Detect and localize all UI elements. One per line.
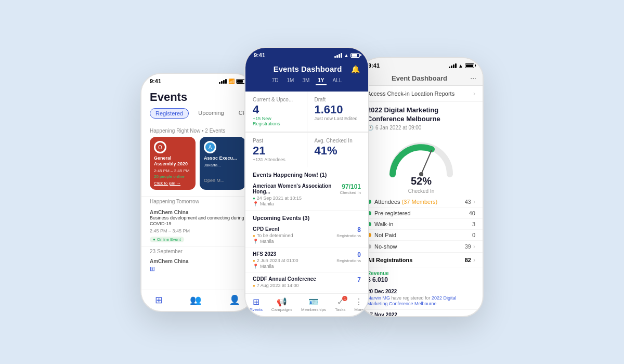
upcoming-1-count: 0 — [336, 251, 361, 258]
nav-memberships[interactable]: 🪪 Memberships — [301, 297, 326, 312]
svg-text:A: A — [209, 145, 212, 150]
nav-people[interactable]: 👥 — [190, 294, 201, 306]
upcoming-event-2[interactable]: CDDF Annual Conference ● 7 Aug 2023 at 1… — [245, 273, 368, 292]
stat-walkin-row: Walk-in 3 — [360, 219, 483, 230]
all-reg-row[interactable]: All Registrations 82 › — [360, 253, 483, 267]
filter-all[interactable]: ALL — [331, 76, 344, 85]
attendees-chevron: › — [473, 198, 475, 205]
battery-icon-right — [465, 63, 474, 68]
stat-avg: Avg. Checked In 41% — [307, 132, 369, 167]
event-logo-2: A — [204, 141, 216, 153]
happening-now-label: Happening Right Now • 2 Events — [141, 128, 254, 134]
dot-yellow-2: ● — [253, 283, 255, 288]
avg-value: 41% — [315, 145, 361, 157]
signal-icon-right — [449, 63, 457, 68]
tomorrow-event: AmChem China Business development and co… — [141, 206, 254, 246]
nav-tasks-label: Tasks — [335, 307, 345, 312]
upcoming-0-count: 8 — [336, 226, 361, 233]
past-value: 21 — [253, 145, 300, 157]
nav-grid[interactable]: ⊞ — [155, 294, 163, 306]
gauge-percent: 52% — [411, 175, 432, 187]
event-card-online-1: 20 people online — [154, 174, 191, 179]
upcoming-0-label: Registrations — [336, 233, 361, 238]
middle-bottom-nav: ⊞ Events 📢 Campaigns 🪪 Memberships ✓ 1 T… — [245, 293, 368, 316]
upcoming-0-left: CPD Event ● To be determined 📍 Manila — [253, 226, 336, 244]
all-reg-value: 82 — [465, 257, 471, 263]
middle-status-bar: 9:41 ▲ — [245, 48, 368, 60]
nav-tasks[interactable]: ✓ 1 Tasks — [335, 297, 345, 312]
current-sub: +15 New Registrations — [253, 116, 300, 126]
sep-event-icon-row: ⊞ — [150, 264, 245, 274]
tab-upcoming[interactable]: Upcoming — [193, 108, 229, 119]
checkedin-num: 97/101 — [340, 183, 361, 190]
current-value: 4 — [253, 103, 300, 116]
access-row[interactable]: Access Check-in Location Reports › — [360, 86, 483, 102]
middle-header-row: Events Dashboard 🔔 — [254, 64, 360, 73]
left-phone: 9:41 📶 Events Registered Upcoming — [140, 73, 255, 312]
grid-icon: ⊞ — [150, 265, 155, 272]
stat-noshow-row[interactable]: No-show 39 › — [360, 241, 483, 253]
upcoming-event-0[interactable]: CPD Event ● To be determined 📍 Manila 8 … — [245, 223, 368, 248]
location-icon-1: 📍 — [253, 264, 258, 269]
tasks-badge: 1 — [342, 296, 347, 301]
happening-now-event[interactable]: American Women's Association Hong... ● 2… — [245, 180, 368, 211]
bell-icon[interactable]: 🔔 — [351, 65, 360, 73]
current-label: Current & Upco... — [253, 97, 300, 102]
right-title: Event Dashboard — [369, 74, 471, 82]
walkin-label: Walk-in — [367, 221, 393, 227]
filter-1y[interactable]: 1Y — [316, 76, 326, 85]
happening-event-title: American Women's Association Hong... — [253, 183, 340, 194]
nav-more[interactable]: ⋮ More — [354, 297, 363, 312]
nav-more-label: More — [354, 307, 363, 312]
sep-label: 23 September — [141, 246, 254, 256]
upcoming-title: Upcoming Events (3) — [245, 211, 368, 223]
gauge-sublabel: Checked In — [408, 188, 435, 194]
more-button[interactable]: ··· — [470, 74, 476, 82]
middle-time: 9:41 — [254, 52, 265, 58]
right-time: 9:41 — [368, 62, 380, 69]
stat-draft: Draft 1.610 Just now Last Edited — [307, 92, 369, 132]
nav-events-label: Events — [250, 307, 262, 312]
upcoming-0-title: CPD Event — [253, 226, 336, 232]
stats-grid: Current & Upco... 4 +15 New Registration… — [245, 92, 368, 167]
chevron-right: › — [473, 90, 475, 97]
nav-person[interactable]: 👤 — [229, 294, 240, 306]
right-status-icons: ▲ — [449, 63, 474, 69]
revenue-value: $ 6.010 — [367, 276, 475, 283]
upcoming-event-1[interactable]: HFS 2023 ● 2 Jun 2023 at 01:00 📍 Manila … — [245, 248, 368, 273]
event-card-join-1[interactable]: Click to join → — [154, 181, 191, 186]
nav-events[interactable]: ⊞ Events — [250, 297, 262, 312]
svg-text:O: O — [158, 145, 162, 150]
happening-now-title: Events Happening Now! (1) — [245, 167, 368, 180]
draft-sub: Just now Last Edited — [315, 116, 361, 121]
event-card-2[interactable]: A Assoc Execu... Jakarta... Open M... — [200, 137, 245, 190]
timeline-item-1: 17 Nov 2022 — [360, 310, 483, 317]
right-phone: 9:41 ▲ ‹ Event Dashboard ··· Ac — [359, 57, 484, 317]
revenue-section: Revenue $ 6.010 — [360, 267, 483, 287]
all-reg-chevron: › — [473, 256, 475, 264]
stat-current: Current & Upco... 4 +15 New Registration… — [245, 92, 307, 132]
online-dot: ● — [153, 237, 155, 242]
filter-7d[interactable]: 7D — [270, 76, 281, 85]
upcoming-1-title: HFS 2023 — [253, 251, 336, 257]
noshow-value: 39 — [465, 243, 471, 250]
upcoming-2-date-row: ● 7 Aug 2023 at 14:00 — [253, 283, 357, 288]
middle-phone: 9:41 ▲ Events Dashboard 🔔 — [244, 47, 369, 317]
notpaid-value: 0 — [472, 232, 475, 238]
event-card-title-2: Assoc Execu... — [204, 155, 241, 161]
attendees-label: Attendees (37 Members) — [367, 199, 437, 205]
draft-label: Draft — [315, 97, 361, 102]
tab-registered[interactable]: Registered — [150, 108, 189, 119]
filter-1m[interactable]: 1M — [284, 76, 296, 85]
upcoming-2-right: 7 — [357, 276, 361, 283]
stat-attendees-row[interactable]: Attendees (37 Members) 43 › — [360, 196, 483, 208]
event-card-1[interactable]: O General Assembly 2020 2:45 PM – 3:45 P… — [150, 137, 196, 190]
gauge-container: 52% Checked In — [360, 134, 483, 196]
nav-memberships-label: Memberships — [301, 307, 326, 312]
nav-campaigns[interactable]: 📢 Campaigns — [271, 297, 292, 312]
left-header: Events Registered Upcoming CPD — [141, 86, 254, 128]
filter-3m[interactable]: 3M — [300, 76, 311, 85]
wifi-icon: 📶 — [228, 79, 235, 84]
attendees-value: 43 — [465, 199, 471, 205]
timeline-item-0: 20 Dec 2022 Marvin MG have registered fo… — [360, 287, 483, 310]
